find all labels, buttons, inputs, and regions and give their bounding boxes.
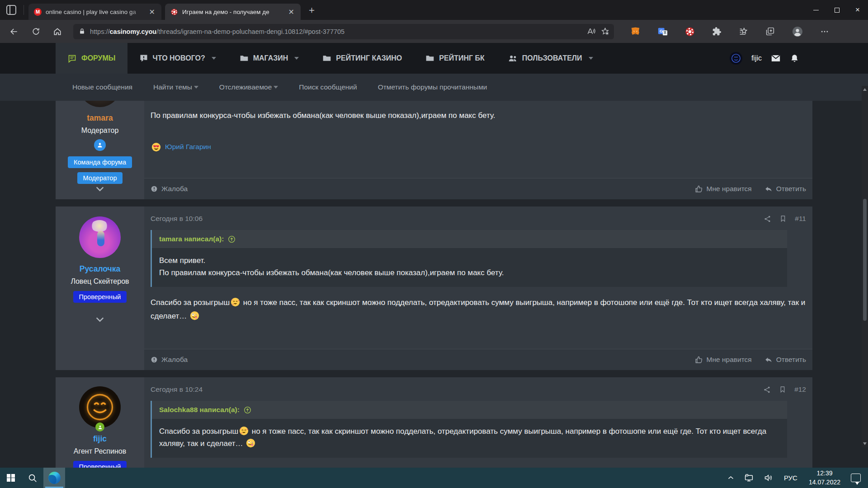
lock-icon[interactable] (79, 28, 85, 35)
reaction-row[interactable]: Юрий Гагарин (151, 142, 806, 152)
badge-verified: Проверенный (73, 461, 127, 468)
casino-chip-extension-icon[interactable] (685, 27, 695, 37)
windows-logo-icon (7, 474, 15, 482)
badge-verified: Проверенный (73, 291, 127, 303)
author-title: Модератор (81, 127, 119, 135)
browser-tab-1[interactable]: M online casino | play live casino ga ✕ (28, 4, 161, 20)
network-display-icon[interactable] (739, 468, 759, 488)
scroll-up-icon[interactable] (863, 88, 867, 91)
metamask-fox-icon[interactable] (630, 27, 641, 37)
avatar[interactable] (79, 101, 121, 107)
google-translate-icon[interactable]: G (658, 27, 668, 37)
minimize-button[interactable] (806, 0, 826, 20)
scroll-down-icon[interactable] (863, 442, 867, 445)
start-button[interactable] (0, 468, 22, 488)
author-name[interactable]: tamara (87, 113, 113, 123)
nav-forums[interactable]: ФОРУМЫ (56, 43, 127, 74)
reply-link[interactable]: Ответить (764, 185, 806, 193)
subnav-find-threads[interactable]: Найти темы (153, 83, 198, 91)
action-center-icon (851, 474, 861, 482)
post-number[interactable]: #11 (795, 215, 806, 223)
share-icon[interactable] (763, 386, 771, 394)
post11-user-panel: Русалочка Ловец Скейтеров Проверенный (56, 206, 144, 370)
post-action-bar: Жалоба Мне нравится Ответить (144, 178, 812, 199)
new-tab-icon[interactable]: ＋ (307, 4, 316, 16)
tab1-close-icon[interactable]: ✕ (147, 8, 157, 16)
scrollbar-thumb[interactable] (863, 199, 867, 321)
collections-icon[interactable] (765, 27, 775, 36)
mail-envelope-icon[interactable] (771, 53, 781, 63)
account-name[interactable]: fijic (751, 54, 762, 62)
extensions-puzzle-icon[interactable] (712, 27, 722, 36)
maximize-button[interactable] (826, 0, 847, 20)
forums-chat-icon (67, 54, 77, 63)
url-text: https://casinomy.cyou/threads/igraem-na-… (90, 28, 581, 35)
quote-header[interactable]: tamara написал(а): (152, 230, 787, 248)
close-button[interactable]: × (847, 0, 868, 20)
subnav-mark-read[interactable]: Отметить форумы прочитанными (378, 83, 487, 91)
reply-link[interactable]: Ответить (764, 356, 806, 364)
favorites-icon[interactable] (739, 27, 748, 36)
page-scrollbar[interactable] (862, 86, 868, 447)
nav-whats-new[interactable]: ЧТО НОВОГО? (127, 43, 228, 74)
window-controls: × (806, 0, 868, 20)
quote-jump-arrow-icon[interactable] (228, 235, 236, 243)
post-date[interactable]: Сегодня в 10:24 (151, 385, 203, 394)
reaction-users[interactable]: Юрий Гагарин (165, 143, 211, 151)
taskbar-edge-button[interactable] (43, 468, 65, 488)
expand-chevron-icon[interactable] (95, 314, 105, 324)
report-link[interactable]: Жалоба (151, 356, 188, 364)
report-link[interactable]: Жалоба (151, 185, 188, 193)
action-center-button[interactable] (846, 468, 868, 488)
post-date[interactable]: Сегодня в 10:06 (151, 215, 203, 223)
quote-jump-arrow-icon[interactable] (244, 406, 251, 414)
like-link[interactable]: Мне нравится (695, 356, 752, 364)
author-name[interactable]: fijic (93, 434, 107, 444)
tray-chevron-up-icon[interactable] (722, 468, 739, 488)
zany-face-emoji-icon (190, 311, 199, 320)
subnav-watched[interactable]: Отслеживаемое (219, 83, 278, 91)
nav-users-label: ПОЛЬЗОВАТЕЛИ (522, 54, 582, 62)
nav-shop[interactable]: МАГАЗИН (228, 43, 311, 74)
bookmark-icon[interactable] (779, 386, 786, 393)
quote-block: tamara написал(а): Всем привет. По прави… (151, 230, 787, 287)
speaker-icon[interactable] (759, 468, 778, 488)
account-avatar[interactable] (730, 52, 742, 65)
subnav-new-messages[interactable]: Новые сообщения (72, 83, 132, 91)
avatar[interactable] (79, 216, 121, 258)
avatar[interactable] (79, 386, 121, 428)
nav-casino-rating[interactable]: РЕЙТИНГ КАЗИНО (311, 43, 414, 74)
language-indicator[interactable]: РУС (778, 474, 803, 482)
profile-avatar[interactable] (792, 26, 803, 37)
add-favorite-icon[interactable] (601, 27, 609, 36)
smiling-face-with-hearts-emoji-icon (231, 297, 240, 307)
tab2-close-icon[interactable]: ✕ (287, 8, 296, 16)
post12-user-panel: fijic Агент Респинов Проверенный (56, 377, 144, 468)
refresh-icon[interactable] (28, 24, 43, 39)
whats-new-bubble-icon (139, 54, 148, 63)
subnav-search-posts[interactable]: Поиск сообщений (299, 83, 357, 91)
chevron-down-icon (589, 57, 593, 60)
nav-bk-rating[interactable]: РЕЙТИНГ БК (414, 43, 496, 74)
share-icon[interactable] (764, 215, 771, 223)
nav-users[interactable]: ПОЛЬЗОВАТЕЛИ (496, 43, 605, 74)
clock[interactable]: 12:39 14.07.2022 (803, 469, 846, 487)
post-number[interactable]: #12 (794, 385, 806, 394)
expand-chevron-icon[interactable] (95, 184, 105, 194)
badge-moderator: Модератор (77, 172, 123, 184)
like-link[interactable]: Мне нравится (695, 185, 752, 193)
home-icon[interactable] (50, 24, 65, 39)
quote-header[interactable]: Salochka88 написал(а): (152, 401, 787, 419)
bell-icon[interactable] (790, 54, 799, 63)
thumb-up-icon (695, 185, 703, 193)
author-title: Ловец Скейтеров (71, 277, 129, 286)
back-icon[interactable] (6, 24, 22, 39)
tab-overview-icon[interactable] (6, 5, 16, 15)
browser-tab-2-active[interactable]: Играем на демо - получаем де ✕ (165, 4, 301, 20)
settings-dots-icon[interactable] (820, 27, 829, 36)
author-name[interactable]: Русалочка (80, 264, 120, 274)
read-aloud-icon[interactable] (587, 27, 595, 36)
taskbar-search-button[interactable] (22, 468, 43, 488)
address-bar[interactable]: https://casinomy.cyou/threads/igraem-na-… (73, 24, 614, 39)
bookmark-icon[interactable] (779, 215, 787, 222)
